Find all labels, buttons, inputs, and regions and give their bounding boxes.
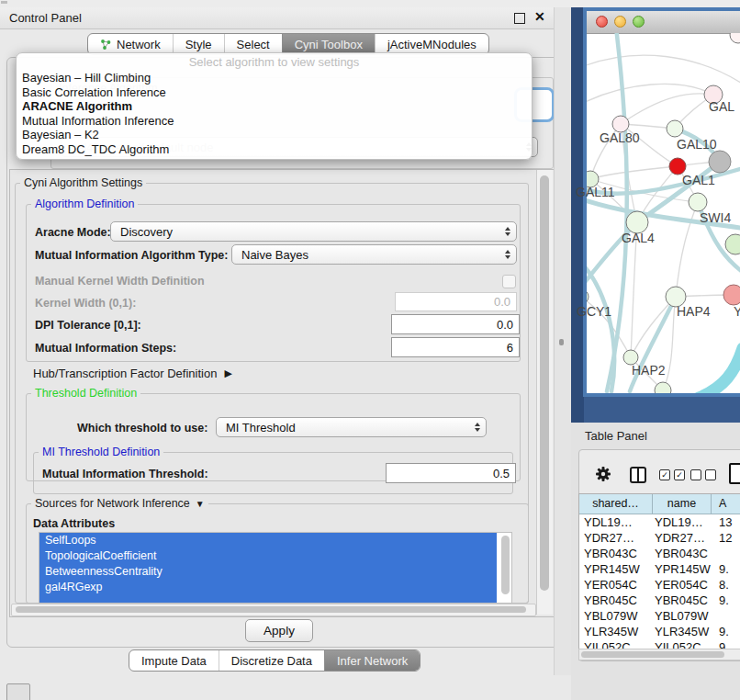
settings-vertical-scrollbar[interactable]	[536, 170, 553, 615]
tab-infer-network[interactable]: Infer Network	[324, 650, 420, 671]
manual-kernel-checkbox[interactable]	[502, 275, 516, 288]
node-swi4[interactable]	[689, 193, 707, 211]
table-horizontal-scrollbar[interactable]	[578, 649, 740, 660]
list-vertical-scrollbar[interactable]	[501, 536, 510, 594]
table-row[interactable]: YBR043CYBR043C	[579, 546, 740, 561]
tab-impute-data[interactable]: Impute Data	[129, 650, 219, 671]
node-salmon[interactable]	[723, 285, 740, 305]
document-icon-clipped[interactable]	[729, 463, 740, 484]
float-panel-icon[interactable]	[514, 13, 525, 24]
threshold-definition-title: Threshold Definition	[31, 387, 140, 400]
settings-horizontal-scrollbar[interactable]	[11, 604, 536, 616]
tab-jactivemnodules[interactable]: jActiveMNodules	[375, 34, 488, 54]
hub-section[interactable]: Hub/Transcription Factor Definition ▶	[33, 367, 232, 380]
stepper-icon	[471, 418, 483, 436]
dropdown-item-aracne[interactable]: ARACNE Algorithm	[17, 99, 532, 114]
list-item[interactable]: gal4RGexp	[39, 580, 497, 595]
column-header-clipped[interactable]: A	[712, 494, 740, 514]
mi-type-combo[interactable]: Naive Bayes	[231, 244, 517, 265]
top-left-tick	[1, 1, 7, 4]
table-row[interactable]: YER054CYER054C8.	[579, 577, 740, 593]
mi-threshold-label: Mutual Information Threshold:	[42, 468, 208, 480]
close-window-icon[interactable]	[596, 16, 608, 28]
minimized-panel-icon[interactable]	[6, 683, 30, 700]
node-gray[interactable]	[709, 151, 731, 173]
tab-discretize-data-label: Discretize Data	[231, 654, 312, 668]
node-clipped-top[interactable]	[730, 33, 740, 43]
table-row[interactable]: YLR345WYLR345W9.	[579, 624, 740, 639]
tab-select[interactable]: Select	[224, 34, 282, 54]
node-right-green[interactable]	[725, 234, 740, 254]
list-item[interactable]: SelfLoops	[39, 533, 497, 548]
table-panel-title: Table Panel	[585, 429, 647, 443]
column-header-name[interactable]: name	[653, 494, 712, 514]
data-attributes-label: Data Attributes	[33, 517, 115, 530]
dropdown-item-basic-correlation[interactable]: Basic Correlation Inference	[17, 85, 532, 100]
tab-network[interactable]: Network	[88, 34, 173, 54]
table-row[interactable]: YDL19…YDL19…13	[579, 514, 740, 530]
mi-type-value: Naive Bayes	[241, 248, 308, 262]
unchecked-box-icon	[705, 469, 716, 480]
collapse-down-icon[interactable]: ▼	[196, 499, 205, 509]
dpi-tolerance-field[interactable]: 0.0	[391, 314, 520, 334]
node-label: GAL11	[576, 185, 615, 199]
thick-cyan-edge	[699, 348, 740, 393]
tab-cyni-toolbox[interactable]: Cyni Toolbox	[282, 34, 375, 54]
tab-discretize-data[interactable]: Discretize Data	[219, 650, 324, 671]
gear-icon[interactable]	[595, 466, 611, 486]
sources-group-title-row[interactable]: Sources for Network Inference ▼	[31, 497, 208, 510]
aracne-mode-combo[interactable]: Discovery	[110, 221, 517, 242]
table-panel: Table Panel ✓ ✓ shared… name A	[571, 423, 740, 700]
column-header-shared-name[interactable]: shared…	[579, 494, 653, 514]
kernel-width-field[interactable]: 0.0	[395, 292, 517, 311]
table-row[interactable]: YBR045CYBR045C9.	[579, 593, 740, 608]
node-label: GAL	[709, 99, 734, 114]
list-item[interactable]	[39, 595, 497, 604]
tab-impute-data-label: Impute Data	[141, 654, 207, 668]
dropdown-item-bayesian-hill[interactable]: Bayesian – Hill Climbing	[17, 71, 532, 85]
node-label: SWI4	[700, 210, 731, 225]
list-item[interactable]: BetweennessCentrality	[39, 564, 497, 580]
splitter-handle[interactable]	[559, 339, 564, 345]
select-all-checkboxes-icon[interactable]: ✓ ✓	[659, 469, 685, 480]
horizontal-scrollbar-thumb[interactable]	[16, 606, 526, 613]
expand-right-icon[interactable]: ▶	[224, 367, 231, 379]
cyni-algorithm-settings-title: Cyni Algorithm Settings	[20, 176, 146, 189]
desktop-edge	[571, 7, 584, 423]
close-panel-icon[interactable]: ✕	[534, 9, 545, 24]
table-row[interactable]: YPR145WYPR145W9.	[579, 561, 740, 577]
mi-threshold-field[interactable]: 0.5	[386, 463, 516, 483]
tab-network-label: Network	[117, 38, 161, 51]
which-threshold-combo[interactable]: MI Threshold	[216, 417, 487, 437]
deselect-all-checkboxes-icon[interactable]	[690, 469, 716, 480]
table-row[interactable]: YBL079WYBL079W	[579, 608, 740, 624]
columns-icon[interactable]	[630, 467, 646, 483]
dropdown-item-dream8[interactable]: Dream8 DC_TDC Algorithm	[17, 142, 532, 157]
table-header-row: shared… name A	[579, 494, 740, 514]
sources-group-title: Sources for Network Inference	[35, 497, 190, 510]
algorithm-definition-title: Algorithm Definition	[31, 198, 138, 210]
network-graph-icon	[100, 39, 112, 51]
tab-style-label: Style	[185, 38, 212, 51]
dropdown-item-mutual-information[interactable]: Mutual Information Inference	[17, 114, 532, 129]
tab-style[interactable]: Style	[173, 34, 224, 54]
dropdown-item-bayesian-k2[interactable]: Bayesian – K2	[17, 128, 532, 142]
mi-steps-field[interactable]: 6	[391, 337, 520, 357]
table-rows: YDL19…YDL19…13 YDR27…YDR27…12 YBR043CYBR…	[579, 514, 740, 649]
dropdown-placeholder: Select algorithm to view settings	[17, 53, 532, 71]
checked-box-icon: ✓	[659, 469, 670, 480]
list-item[interactable]: TopologicalCoefficient	[39, 548, 497, 564]
table-scrollbar-thumb[interactable]	[581, 651, 724, 658]
apply-button[interactable]: Apply	[245, 619, 313, 642]
network-window-titlebar[interactable]	[587, 11, 740, 34]
checked-box-icon: ✓	[674, 469, 685, 480]
node-label: HAP4	[677, 304, 711, 319]
kernel-width-value: 0.0	[494, 295, 510, 309]
table-row[interactable]: YDR27…YDR27…12	[579, 530, 740, 546]
data-attributes-list: SelfLoops TopologicalCoefficient Between…	[39, 532, 512, 604]
manual-kernel-label: Manual Kernel Width Definition	[35, 275, 205, 288]
minimize-window-icon[interactable]	[614, 16, 626, 28]
vertical-scrollbar-thumb[interactable]	[540, 175, 549, 591]
zoom-window-icon[interactable]	[633, 16, 645, 28]
node-gal10[interactable]	[667, 120, 683, 137]
